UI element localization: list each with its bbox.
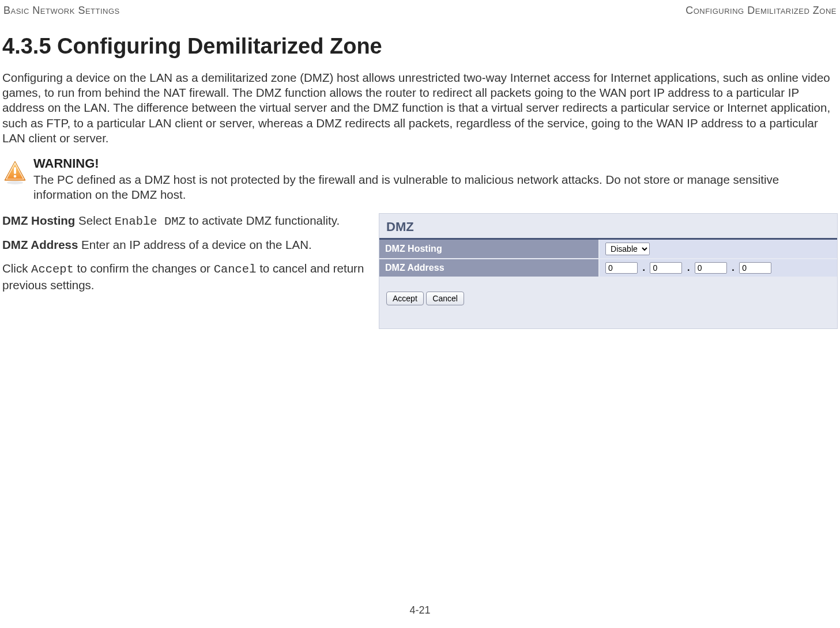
table-row: DMZ Hosting Disable: [379, 240, 837, 259]
panel-title: DMZ: [379, 214, 837, 237]
dmz-hosting-pre: Select: [75, 214, 114, 227]
header-left: Basic Network Settings: [3, 5, 120, 17]
dmz-address-body: Enter an IP address of a device on the L…: [78, 238, 311, 251]
section-title: 4.3.5 Configuring Demilitarized Zone: [2, 34, 838, 59]
accept-button[interactable]: Accept: [386, 292, 424, 305]
dmz-address-row-label: DMZ Address: [379, 259, 599, 277]
svg-point-0: [7, 181, 23, 184]
dmz-address-row-value: . . .: [599, 259, 837, 277]
warning-title: WARNING!: [33, 156, 838, 171]
dmz-hosting-label: DMZ Hosting: [2, 214, 75, 227]
ip-dot: .: [732, 263, 734, 273]
dmz-hosting-row-value: Disable: [599, 240, 837, 259]
dmz-address-label: DMZ Address: [2, 238, 78, 251]
svg-rect-1: [14, 167, 16, 174]
header-right: Configuring Demilitarized Zone: [685, 5, 837, 17]
click-instructions: Click Accept to confirm the changes or C…: [2, 261, 368, 293]
ip-octet-2[interactable]: [650, 262, 682, 274]
ip-dot: .: [687, 263, 690, 273]
page-number: 4-21: [0, 604, 840, 616]
ip-octet-1[interactable]: [605, 262, 638, 274]
warning-icon: [2, 160, 28, 185]
dmz-hosting-post: to activate DMZ functionality.: [186, 214, 340, 227]
table-row: DMZ Address . . .: [379, 259, 837, 277]
ip-octet-4[interactable]: [739, 262, 771, 274]
intro-paragraph: Configuring a device on the LAN as a dem…: [2, 70, 838, 146]
svg-point-2: [14, 175, 17, 178]
accept-code: Accept: [31, 263, 74, 276]
cancel-button[interactable]: Cancel: [426, 292, 464, 305]
ip-octet-3[interactable]: [695, 262, 727, 274]
dmz-hosting-definition: DMZ Hosting Select Enable DMZ to activat…: [2, 213, 368, 230]
dmz-settings-table: DMZ Hosting Disable DMZ Address . . .: [379, 240, 837, 278]
click-mid: to confirm the changes or: [74, 262, 214, 275]
dmz-hosting-select[interactable]: Disable: [605, 243, 650, 255]
cancel-code: Cancel: [214, 263, 257, 276]
ip-dot: .: [643, 263, 645, 273]
dmz-address-definition: DMZ Address Enter an IP address of a dev…: [2, 237, 368, 253]
dmz-hosting-row-label: DMZ Hosting: [379, 240, 599, 259]
warning-block: WARNING! The PC defined as a DMZ host is…: [2, 156, 838, 202]
warning-body: The PC defined as a DMZ host is not prot…: [33, 172, 838, 202]
dmz-panel: DMZ DMZ Hosting Disable DMZ Address . .: [379, 213, 838, 329]
click-pre: Click: [2, 262, 31, 275]
enable-dmz-code: Enable DMZ: [115, 215, 186, 228]
